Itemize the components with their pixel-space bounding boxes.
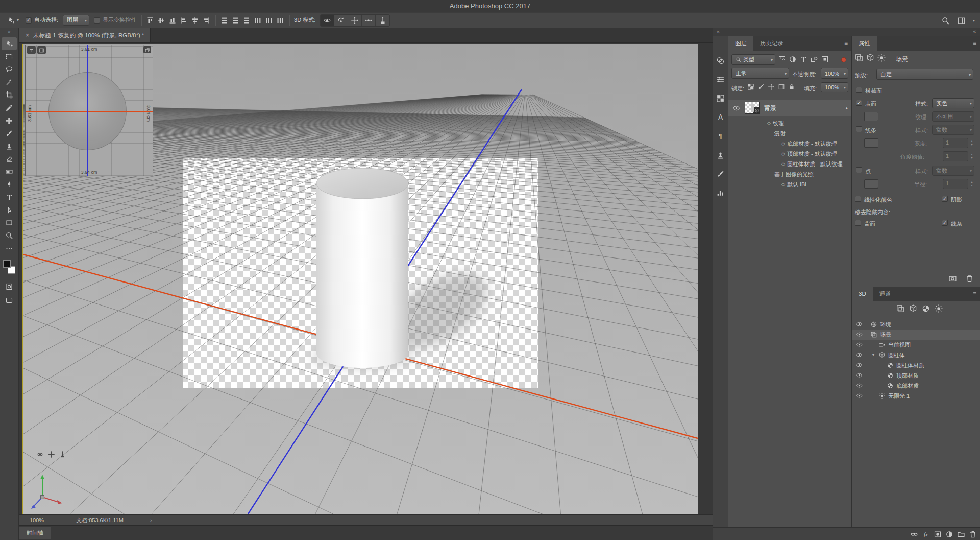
dist-left-icon[interactable] xyxy=(254,16,262,25)
color-panel-icon[interactable] xyxy=(714,55,726,66)
dist-bottom-icon[interactable] xyxy=(242,16,251,25)
points-color-swatch[interactable] xyxy=(864,179,878,189)
surface-style-dropdown[interactable]: 实色▾ xyxy=(932,98,974,108)
lasso-tool[interactable] xyxy=(2,63,17,76)
panel-menu-icon[interactable]: ≡ xyxy=(973,36,976,51)
lock-position-icon[interactable] xyxy=(768,83,775,90)
align-left-icon[interactable] xyxy=(180,16,188,25)
auto-select-checkbox[interactable]: ✓ 自动选择: xyxy=(26,16,58,24)
align-top-icon[interactable] xyxy=(146,16,154,25)
surface-checkbox[interactable]: ✓ xyxy=(856,100,862,106)
layer-filter-type-dropdown[interactable]: 类型▾ xyxy=(731,54,775,65)
panel-menu-icon[interactable]: ≡ xyxy=(844,36,848,51)
tab-channels[interactable]: 通道 xyxy=(873,287,898,301)
eye-icon[interactable] xyxy=(856,341,863,348)
eye-icon[interactable] xyxy=(732,104,740,112)
dist-top-icon[interactable] xyxy=(220,16,228,25)
dist-hcenter-icon[interactable] xyxy=(265,16,273,25)
group-icon[interactable] xyxy=(957,530,965,538)
wand-tool[interactable] xyxy=(2,76,17,88)
popout-view-icon[interactable] xyxy=(143,46,151,53)
close-icon[interactable]: × xyxy=(26,32,29,39)
3d-mode-dolly-button[interactable] xyxy=(376,15,389,26)
show-transform-checkbox[interactable]: 显示变换控件 xyxy=(94,16,136,24)
lock-transparency-icon[interactable] xyxy=(747,83,754,90)
pixel-filter-icon[interactable] xyxy=(778,55,786,63)
layer-subitem[interactable]: ◇底部材质 - 默认纹理 xyxy=(728,138,851,149)
3d-list-item[interactable]: 环境 xyxy=(852,319,980,330)
fill-dropdown[interactable]: 100%▾ xyxy=(821,82,848,92)
lines-checkbox[interactable] xyxy=(856,126,862,132)
blend-mode-dropdown[interactable]: 正常▾ xyxy=(731,68,789,79)
adjustment-icon[interactable] xyxy=(945,530,953,538)
3d-mode-pan-button[interactable] xyxy=(348,15,362,26)
linearize-color-checkbox[interactable] xyxy=(855,196,861,202)
layer-row-background[interactable]: 背景 ▴ xyxy=(728,100,851,116)
type-tool[interactable] xyxy=(2,191,17,203)
tab-properties[interactable]: 属性 xyxy=(852,36,877,51)
quick-mask-button[interactable] xyxy=(2,280,17,293)
align-bottom-icon[interactable] xyxy=(168,16,177,25)
stamp-tool[interactable] xyxy=(2,139,17,152)
view-options-button[interactable] xyxy=(37,46,46,54)
surface-texture-swatch[interactable] xyxy=(864,112,878,121)
foreground-color-swatch[interactable] xyxy=(3,260,11,268)
brush-settings-panel-icon[interactable] xyxy=(714,168,726,179)
dolly-camera-icon[interactable] xyxy=(59,451,66,458)
mask-icon[interactable] xyxy=(934,530,942,538)
brush-tool[interactable] xyxy=(2,127,17,139)
3d-list-item[interactable]: ▾圆柱体 xyxy=(852,350,980,360)
tool-preset-button[interactable]: ▾ xyxy=(5,15,21,26)
collapse-icon[interactable]: » xyxy=(0,28,18,35)
eye-icon[interactable] xyxy=(856,321,863,327)
swatches-panel-icon[interactable] xyxy=(714,92,726,104)
crop-tool[interactable] xyxy=(2,88,17,101)
filter-mesh-icon[interactable] xyxy=(866,53,875,62)
3d-list-item[interactable]: 圆柱体材质 xyxy=(852,360,980,370)
auto-select-target-dropdown[interactable]: 图层▾ xyxy=(63,15,89,26)
3d-mode-orbit-button[interactable] xyxy=(321,15,334,26)
lines-color-swatch[interactable] xyxy=(864,138,878,148)
eye-icon[interactable] xyxy=(856,392,863,399)
clone-source-panel-icon[interactable] xyxy=(714,149,726,160)
3d-list-item[interactable]: 无限光 1 xyxy=(852,391,980,401)
filter-scene-icon[interactable] xyxy=(896,304,905,313)
layer-subitem[interactable]: ◇纹理 xyxy=(728,118,851,128)
character-panel-icon[interactable]: A xyxy=(714,111,726,123)
layer-subitem[interactable]: 基于图像的光照 xyxy=(728,169,851,179)
filter-material-icon[interactable] xyxy=(921,304,930,313)
layer-subitem[interactable]: ◇默认 IBL xyxy=(728,179,851,190)
checkbox[interactable] xyxy=(94,17,100,24)
adjustment-filter-icon[interactable] xyxy=(789,55,797,63)
dist-vcenter-icon[interactable] xyxy=(231,16,239,25)
fx-icon[interactable]: fx xyxy=(922,530,930,538)
ellipsis-tool[interactable] xyxy=(2,242,17,254)
collapse-panels-icon[interactable]: « xyxy=(717,29,720,34)
dist-right-icon[interactable] xyxy=(276,16,284,25)
swap-view-button[interactable] xyxy=(27,46,36,54)
link-icon[interactable] xyxy=(910,530,918,538)
panel-menu-icon[interactable]: ≡ xyxy=(973,287,976,301)
pathselect-tool[interactable] xyxy=(2,203,17,216)
eye-icon[interactable] xyxy=(856,382,863,389)
healing-tool[interactable] xyxy=(2,114,17,127)
document-tab[interactable]: × 未标题-1-恢复的 @ 100% (背景, RGB/8*) * xyxy=(19,28,151,42)
3d-list-item[interactable]: 当前视图 xyxy=(852,340,980,350)
histogram-panel-icon[interactable] xyxy=(714,187,726,198)
align-hcenter-icon[interactable] xyxy=(191,16,199,25)
3d-list-item[interactable]: 场景 xyxy=(852,330,980,340)
shadows-checkbox[interactable]: ✓ xyxy=(942,196,948,202)
smart-filter-icon[interactable] xyxy=(821,55,829,63)
3d-axis-widget[interactable] xyxy=(27,473,83,511)
chevron-right-icon[interactable]: › xyxy=(150,517,152,523)
orbit-camera-icon[interactable] xyxy=(36,451,44,458)
3d-list-item[interactable]: 顶部材质 xyxy=(852,370,980,381)
tab-3d[interactable]: 3D xyxy=(852,287,873,301)
opacity-dropdown[interactable]: 100%▾ xyxy=(821,68,848,79)
canvas-3d-view[interactable]: 3.61 cm 3.64 cm 3.61 cm 3.64 cm xyxy=(22,44,698,514)
trash-icon[interactable] xyxy=(969,530,977,538)
layer-subitem[interactable]: ◇顶部材质 - 默认纹理 xyxy=(728,149,851,159)
filter-light-icon[interactable] xyxy=(877,53,886,62)
3d-mode-roll-button[interactable] xyxy=(334,15,348,26)
align-right-icon[interactable] xyxy=(202,16,210,25)
